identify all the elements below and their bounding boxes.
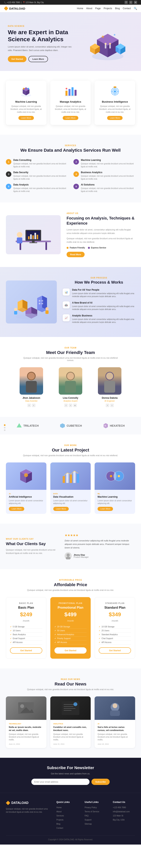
nav-contact[interactable]: Contact <box>123 7 131 10</box>
footer-link-sitemap[interactable]: Sitemap <box>85 823 92 825</box>
news-content-2: Analytics Curabitur sit amet convallis n… <box>50 720 91 748</box>
testimonial-left-desc: Quisque volutpat, nisl non gravida tinci… <box>6 548 57 555</box>
team-tw-3[interactable]: t <box>110 404 114 407</box>
svg-rect-50 <box>34 233 36 239</box>
basic-plan-features: 5 GB Storage 10 Users Basic Analytics Em… <box>10 625 42 644</box>
process-item-2-desc: Lorem ipsum dolor sit amet consectetur a… <box>72 305 135 311</box>
news-tag: Read Our News <box>6 678 135 680</box>
svg-point-13 <box>117 40 118 41</box>
trilatech-icon <box>16 423 22 429</box>
team-tw-1[interactable]: t <box>32 404 35 407</box>
footer-link-privacy[interactable]: Privacy Policy <box>85 806 97 809</box>
footer-city[interactable]: Big City, USA <box>113 819 124 821</box>
dot-1[interactable] <box>4 424 5 426</box>
svg-point-80 <box>106 373 113 379</box>
promo-feature-1: 20 GB Storage <box>54 625 87 629</box>
footer-link-contact[interactable]: Contact <box>56 827 63 829</box>
footer-link-terms[interactable]: Terms of Service <box>85 810 99 813</box>
nav-page[interactable]: Page <box>95 7 101 10</box>
news-tag-1: Technology <box>9 723 44 725</box>
project-image-3 <box>94 462 135 490</box>
svg-point-96 <box>110 475 112 477</box>
testimonial-author: Jhony Diaz Product Manager <box>65 552 135 559</box>
testimonial-section: What Our Clients Say What Our Clients Sa… <box>0 524 141 569</box>
nav-blog[interactable]: Blog <box>115 7 120 10</box>
process-image <box>6 280 57 323</box>
twitter-icon[interactable]: t <box>129 1 132 4</box>
hero-getstarted-button[interactable]: Get Started <box>8 56 26 62</box>
footer-link-home[interactable]: Home <box>56 806 62 809</box>
process-content: Our Process How We Process & Works 📊 Dat… <box>63 277 135 327</box>
project-image-2 <box>50 462 91 490</box>
nav-projects[interactable]: Projects <box>104 7 112 10</box>
footer-email[interactable]: info@dataload.com <box>113 810 130 813</box>
project-desc-1: Lorem ipsum dolor sit amet consectetur a… <box>9 499 44 505</box>
footer: DATALOAD Quisque volutpat, nisl non grav… <box>0 793 141 844</box>
testimonial-left: What Our Clients Say What Our Clients Sa… <box>6 538 57 555</box>
footer-link-faq[interactable]: FAQ <box>85 815 88 817</box>
nav-links: Home About Page Projects Blog Contact 🔍 <box>77 7 137 10</box>
newsletter-email-input[interactable] <box>31 779 89 785</box>
brand-logo[interactable]: DATALOAD <box>4 6 25 10</box>
footer-link-blog[interactable]: Blog <box>56 823 60 825</box>
linkedin-icon[interactable]: in <box>134 1 137 4</box>
footer-links-2: Privacy Policy Terms of Service FAQ Supp… <box>85 806 107 825</box>
author-name: Jhony Diaz <box>74 554 89 556</box>
standard-plan-button[interactable]: Get Started <box>99 647 131 654</box>
analytics-card-desc: Quisque volutpat, nisl non gravida tinci… <box>54 105 87 114</box>
footer-link-services[interactable]: Services <box>56 815 64 817</box>
team-in-2[interactable]: in <box>73 404 77 407</box>
hero-tag: Data Science <box>8 25 75 27</box>
ml-learn-button[interactable]: Learn More <box>19 116 34 120</box>
footer-col-usefullinks: Useful Links Privacy Policy Terms of Ser… <box>85 801 107 831</box>
project-btn-1[interactable]: Learn More <box>9 507 24 511</box>
services-section: Machine Learning Quisque volutpat, nisl … <box>0 71 141 135</box>
footer-address[interactable]: 123 Main St <box>113 815 123 817</box>
footer-link-support[interactable]: Support <box>85 819 91 821</box>
about-readmore-button[interactable]: Read More <box>66 252 85 257</box>
team-fb-2[interactable]: f <box>64 404 68 407</box>
hero-learnmore-button[interactable]: Learn More <box>28 56 48 62</box>
nav-about[interactable]: About <box>86 7 92 10</box>
team-tw-2[interactable]: t <box>69 404 72 407</box>
project-desc-2: Lorem ipsum dolor sit amet consectetur a… <box>53 499 88 505</box>
ensure-section: Services We Ensure Data and Analytics Se… <box>0 135 141 203</box>
dot-3[interactable] <box>4 429 5 431</box>
basic-feature-3: Basic Analytics <box>10 633 42 637</box>
search-icon[interactable]: 🔍 <box>134 7 137 10</box>
ensure-item-4: 4 Business Analytics Quisque volutpat, n… <box>74 171 135 180</box>
team-name-2: Lisa Connolly <box>53 397 88 399</box>
hero-text: Data Science We are Expert in Data Scien… <box>8 25 75 62</box>
team-fb-3[interactable]: f <box>106 404 109 407</box>
svg-rect-47 <box>28 236 30 239</box>
svg-rect-49 <box>32 235 34 239</box>
dot-2[interactable] <box>4 427 5 428</box>
ensure-item-5-desc: Quisque volutpat, nisl non gravida tinci… <box>13 187 67 193</box>
facebook-icon[interactable]: f <box>124 1 128 4</box>
footer-link-about[interactable]: About <box>56 810 61 813</box>
process-item-3-desc: Lorem ipsum dolor sit amet consectetur a… <box>72 318 135 324</box>
basic-feature-1: 5 GB Storage <box>10 625 42 629</box>
project-btn-2[interactable]: Learn More <box>53 507 69 511</box>
basic-plan-button[interactable]: Get Started <box>10 647 42 654</box>
footer-link-projects[interactable]: Projects <box>56 819 63 821</box>
ensure-title: We Ensure Data and Analytics Services Ru… <box>6 148 135 153</box>
nav-home[interactable]: Home <box>77 7 83 10</box>
about-desc2: Quisque volutpat, nisl non gravida tinci… <box>66 237 135 244</box>
standard-feature-5: API Access <box>99 641 131 644</box>
ensure-item-5-title: Data Analysis <box>13 183 67 186</box>
footer-desc: Quisque volutpat, nisl non gravida tinci… <box>6 807 51 814</box>
bi-learn-button[interactable]: Learn More <box>107 116 122 120</box>
footer-col-1-title: Quick Links <box>56 801 79 804</box>
social-icons-top: f t in <box>124 1 137 4</box>
newsletter-subscribe-button[interactable]: Subscribe <box>91 779 110 785</box>
footer-phone[interactable]: +123 456 7890 <box>113 806 126 809</box>
analytics-learn-button[interactable]: Learn More <box>63 116 78 120</box>
team-fb-1[interactable]: f <box>27 404 31 407</box>
ensure-tag: Services <box>6 145 135 147</box>
team-placeholder-1 <box>20 367 43 395</box>
svg-point-74 <box>28 373 35 379</box>
project-btn-3[interactable]: Learn More <box>97 507 113 511</box>
svg-rect-91 <box>70 474 72 483</box>
promo-plan-button[interactable]: Get Started <box>54 647 87 654</box>
